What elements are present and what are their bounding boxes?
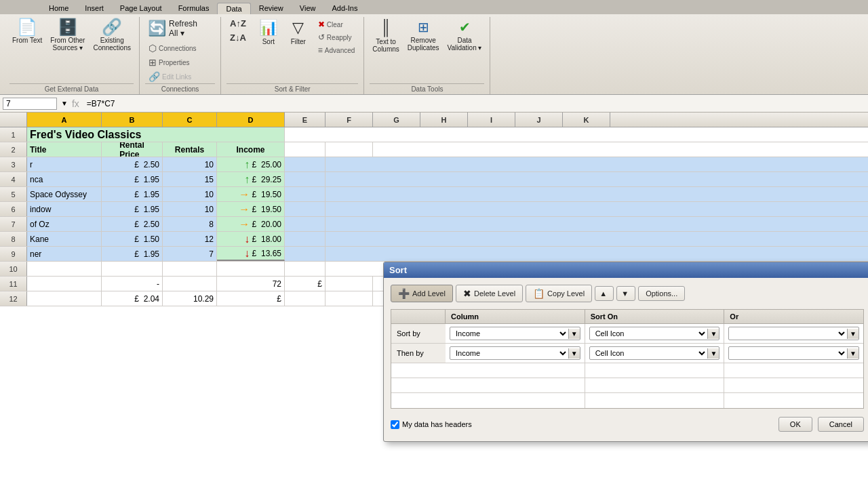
my-data-has-headers-checkbox[interactable] (391, 420, 399, 429)
text-to-columns-button[interactable]: ║ Text toColumns (370, 17, 401, 55)
tab-page-layout[interactable]: Page Layout (112, 3, 170, 14)
cell-c3[interactable]: 10 (163, 157, 217, 171)
cell-f12[interactable] (326, 291, 373, 306)
formula-dropdown-icon[interactable]: ▼ (61, 100, 68, 107)
cell-d7[interactable]: → £ 20.00 (217, 217, 285, 231)
edit-links-button[interactable]: 🔗 Edit Links (145, 70, 200, 83)
then-by-column-select-wrapper[interactable]: Income ▼ (450, 346, 580, 360)
cell-c10[interactable] (163, 262, 217, 276)
cell-a4[interactable]: nca (27, 172, 102, 186)
existing-connections-button[interactable]: 🔗 ExistingConnections (90, 17, 134, 54)
then-by-order-cell[interactable]: ▼ (724, 344, 863, 363)
tab-insert[interactable]: Insert (77, 3, 112, 14)
col-header-d[interactable]: D (217, 113, 285, 127)
cell-c6[interactable]: 10 (163, 202, 217, 216)
sort-by-order-select[interactable] (729, 327, 847, 340)
cell-e11[interactable]: £ (285, 277, 326, 291)
sort-za-button[interactable]: Z↓A (226, 31, 250, 44)
empty-9[interactable] (724, 393, 863, 408)
cell-d2[interactable]: Income (217, 142, 285, 157)
sort-by-order-select-wrapper[interactable]: ▼ (728, 327, 859, 340)
formula-input[interactable] (83, 98, 865, 110)
options-button[interactable]: Options... (638, 286, 685, 301)
sort-by-sorton-dropdown-arrow[interactable]: ▼ (707, 329, 719, 339)
from-text-button[interactable]: 📄 From Text (9, 17, 45, 46)
copy-level-button[interactable]: 📋 Copy Level (526, 285, 592, 302)
sort-by-sorton-select-wrapper[interactable]: Cell Icon ▼ (589, 327, 720, 340)
sort-ok-button[interactable]: OK (778, 417, 812, 432)
sort-by-column-dropdown-arrow[interactable]: ▼ (568, 329, 580, 339)
cell-c7[interactable]: 8 (163, 217, 217, 231)
cell-a9[interactable]: ner (27, 247, 102, 261)
cell-e12[interactable] (285, 291, 326, 306)
cell-a2[interactable]: Title (27, 142, 102, 157)
cell-c11[interactable] (163, 277, 217, 291)
cell-a10[interactable] (27, 262, 102, 276)
empty-6[interactable] (724, 378, 863, 392)
cell-b3[interactable]: £ 2.50 (102, 157, 163, 171)
col-header-j[interactable]: J (515, 113, 563, 127)
tab-view[interactable]: View (292, 3, 324, 14)
add-level-button[interactable]: ➕ Add Level (391, 285, 453, 302)
then-by-column-cell[interactable]: Income ▼ (446, 344, 585, 363)
empty-1[interactable] (446, 363, 585, 378)
sort-button[interactable]: 📊 Sort (255, 17, 282, 47)
then-by-order-dropdown-arrow[interactable]: ▼ (847, 348, 859, 359)
cell-b2[interactable]: RentalPrice (102, 142, 163, 157)
cell-d11[interactable]: 72 (217, 277, 285, 291)
cell-b12[interactable]: £ 2.04 (102, 291, 163, 306)
sort-by-sorton-cell[interactable]: Cell Icon ▼ (585, 324, 725, 343)
cell-c5[interactable]: 10 (163, 187, 217, 201)
col-header-a[interactable]: A (27, 113, 102, 127)
then-by-order-select-wrapper[interactable]: ▼ (728, 346, 859, 360)
move-up-button[interactable]: ▲ (595, 286, 614, 301)
cell-e7[interactable] (285, 217, 326, 231)
cell-c12[interactable]: 10.29 (163, 291, 217, 306)
my-data-has-headers-label[interactable]: My data has headers (391, 420, 472, 429)
cell-b10[interactable] (102, 262, 163, 276)
cell-a12[interactable] (27, 291, 102, 306)
cell-d3[interactable]: ↑ £ 25.00 (217, 157, 285, 171)
cell-f2[interactable] (326, 142, 373, 157)
empty-3[interactable] (724, 363, 863, 378)
then-by-sorton-select[interactable]: Cell Icon (590, 347, 708, 359)
cell-c4[interactable]: 15 (163, 172, 217, 186)
cell-a5[interactable]: Space Odyssey (27, 187, 102, 201)
sort-by-column-cell[interactable]: Income ▼ (446, 324, 585, 343)
then-by-sorton-select-wrapper[interactable]: Cell Icon ▼ (589, 346, 720, 360)
name-box[interactable] (3, 98, 57, 110)
clear-button[interactable]: ✖ Clear (315, 18, 359, 30)
cell-b4[interactable]: £ 1.95 (102, 172, 163, 186)
cell-d8[interactable]: ↓ £ 18.00 (217, 232, 285, 246)
cell-a1[interactable]: Fred's Video Classics (27, 127, 285, 142)
tab-home[interactable]: Home (41, 3, 77, 14)
cell-c2[interactable]: Rentals (163, 142, 217, 157)
empty-2[interactable] (585, 363, 725, 378)
cell-e10[interactable] (285, 262, 326, 276)
data-validation-button[interactable]: ✔ DataValidation ▾ (445, 17, 485, 54)
cell-b11[interactable]: - (102, 277, 163, 291)
cell-e6[interactable] (285, 202, 326, 216)
then-by-sorton-cell[interactable]: Cell Icon ▼ (585, 344, 725, 363)
cell-b6[interactable]: £ 1.95 (102, 202, 163, 216)
tab-data[interactable]: Data (217, 3, 250, 14)
cell-b5[interactable]: £ 1.95 (102, 187, 163, 201)
delete-level-button[interactable]: ✖ Delete Level (456, 285, 523, 302)
sort-az-button[interactable]: A↑Z (226, 17, 250, 30)
sort-by-column-select[interactable]: Income (450, 327, 568, 340)
cell-d9[interactable]: ↓ £ 13.65 (217, 247, 285, 261)
cell-a3[interactable]: r (27, 157, 102, 171)
tab-formulas[interactable]: Formulas (170, 3, 218, 14)
empty-8[interactable] (585, 393, 725, 408)
col-header-e[interactable]: E (285, 113, 326, 127)
empty-5[interactable] (585, 378, 725, 392)
cell-e3[interactable] (285, 157, 326, 171)
then-by-column-select[interactable]: Income (450, 347, 568, 359)
then-by-sorton-dropdown-arrow[interactable]: ▼ (707, 348, 719, 359)
cell-b9[interactable]: £ 1.95 (102, 247, 163, 261)
cell-c9[interactable]: 7 (163, 247, 217, 261)
col-header-c[interactable]: C (163, 113, 217, 127)
sort-by-sorton-select[interactable]: Cell Icon (590, 327, 708, 340)
cell-e2[interactable] (285, 142, 326, 157)
cell-e9[interactable] (285, 247, 326, 261)
